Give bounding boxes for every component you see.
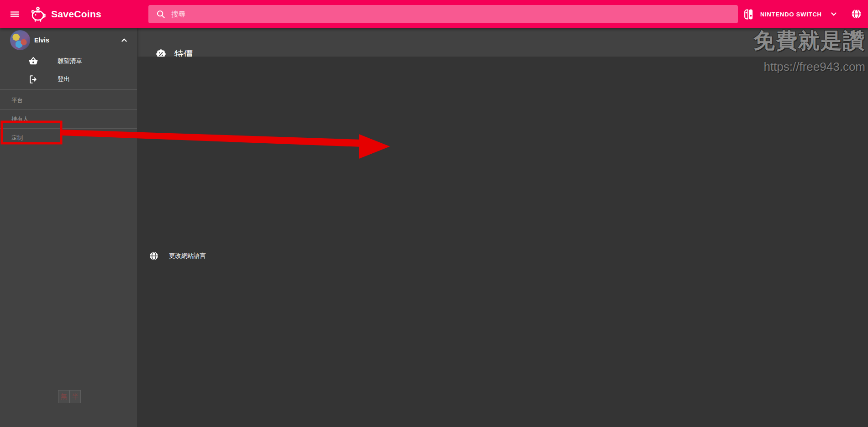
piggy-bank-icon — [29, 6, 47, 22]
menu-icon[interactable] — [9, 9, 20, 20]
sidebar-item-change-language[interactable]: 更改網站語言 — [137, 57, 868, 427]
language-globe-icon[interactable] — [850, 8, 863, 20]
app-logo[interactable]: SaveCoins — [29, 6, 101, 22]
sidebar-section-label: 定制 — [0, 130, 137, 146]
user-name: Elvis — [34, 36, 49, 44]
sidebar-item-wishlist[interactable]: 願望清單 — [0, 52, 137, 70]
divider — [0, 89, 137, 90]
sidebar-section-label: 平台 — [0, 92, 137, 109]
nintendo-switch-icon — [743, 9, 755, 20]
sidebar: Elvis 願望清單登出首頁所有遊戲特價最近發行即將推出預購平台Nintendo… — [0, 28, 137, 427]
divider — [0, 128, 137, 129]
logout-icon — [28, 74, 38, 84]
app-name: SaveCoins — [51, 9, 101, 20]
search-placeholder: 搜尋 — [171, 10, 185, 19]
sidebar-item-logout[interactable]: 登出 — [0, 70, 137, 89]
divider — [0, 91, 137, 91]
basket-icon — [28, 56, 38, 66]
search-icon — [156, 9, 166, 19]
chevron-up-icon[interactable] — [120, 36, 129, 45]
divider — [0, 109, 137, 110]
platform-selector-button[interactable]: NINTENDO SWITCH — [743, 6, 838, 22]
platform-selector-label: NINTENDO SWITCH — [760, 11, 822, 18]
avatar — [10, 30, 30, 50]
sidebar-section-label: 持有人 — [0, 111, 137, 127]
top-app-bar: SaveCoins 搜尋 NINTENDO SWITCH — [0, 0, 868, 28]
broken-image-placeholder: 無半 — [58, 390, 81, 403]
search-input[interactable]: 搜尋 — [148, 5, 738, 23]
chevron-down-icon — [829, 10, 838, 19]
user-menu[interactable]: Elvis — [0, 28, 137, 52]
app-window: SaveCoins 搜尋 NINTENDO SWITCH Elvis 願望清單登… — [0, 0, 868, 427]
globe-icon — [148, 250, 159, 261]
